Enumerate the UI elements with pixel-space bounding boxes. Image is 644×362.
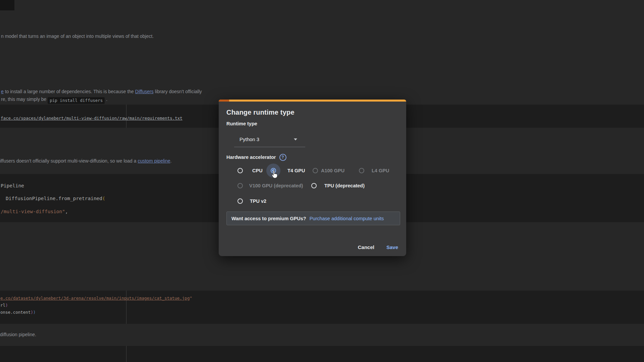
runtime-type-label: Runtime type: [226, 121, 257, 127]
here-link[interactable]: e: [1, 89, 4, 94]
radio-selected-icon: [271, 168, 276, 173]
code-line-import: Pipeline: [1, 183, 24, 189]
dialog-title: Change runtime type: [226, 108, 294, 116]
markdown-pip-text: re, this may simply be pip install diffu…: [1, 97, 107, 104]
code-cell-bottom: [0, 346, 644, 362]
radio-circle-icon: [237, 183, 243, 188]
code-line-model-string: /multi-view-diffusion",: [1, 208, 68, 215]
purchase-compute-units-link[interactable]: Purchase additional compute units: [310, 216, 384, 221]
markdown-pipeline-text: iffusers doesn't officially support mult…: [0, 158, 172, 164]
radio-circle-icon: [237, 168, 243, 173]
runtime-type-select[interactable]: Python 3: [234, 132, 305, 147]
code-line-image-url: e.co/datasets/dylanebert/3d-arena/resolv…: [0, 296, 192, 301]
diffusers-link[interactable]: Diffusers: [135, 89, 154, 94]
help-icon[interactable]: ?: [279, 154, 286, 161]
code-line-url-call: rl): [0, 303, 8, 308]
chevron-down-icon: [294, 138, 297, 140]
premium-question: Want access to premium GPUs?: [231, 216, 306, 221]
premium-gpu-banner: Want access to premium GPUs? Purchase ad…: [226, 212, 400, 225]
loading-progress-segment: [219, 100, 229, 102]
radio-circle-icon: [359, 168, 364, 173]
save-button[interactable]: Save: [386, 244, 398, 250]
hardware-accelerator-row: Hardware accelerator ?: [226, 154, 286, 161]
code-cell-fragment: [0, 0, 14, 10]
radio-circle-icon: [313, 168, 318, 173]
code-line-from-pretrained: DiffusionPipeline.from_pretrained(: [6, 195, 105, 201]
radio-circle-icon: [311, 183, 317, 188]
cat-statue-url-link[interactable]: e.co/datasets/dylanebert/3d-arena/resolv…: [0, 296, 190, 301]
inline-code-chip: pip install diffusers: [48, 97, 105, 104]
editor-divider-line: [126, 346, 126, 362]
custom-pipeline-link[interactable]: custom pipeline: [138, 158, 170, 164]
hardware-accelerator-label: Hardware accelerator: [226, 155, 276, 160]
markdown-outro-text: diffusion pipeline.: [0, 332, 36, 338]
markdown-intro-text: n model that turns an image of an object…: [1, 34, 154, 39]
cancel-button[interactable]: Cancel: [358, 244, 374, 250]
code-line-content-call: onse.content)): [0, 310, 36, 315]
markdown-deps-text: e to install a large number of dependenc…: [1, 89, 202, 95]
loading-progress-bar: [219, 100, 406, 102]
dialog-actions: Cancel Save: [358, 244, 398, 250]
requirements-url-link[interactable]: face.co/spaces/dylanebert/multi-view-dif…: [1, 116, 182, 121]
requirements-url-code: face.co/spaces/dylanebert/multi-view-dif…: [1, 116, 182, 121]
change-runtime-dialog: Change runtime type Runtime type Python …: [219, 100, 406, 256]
colab-notebook-screen: n model that turns an image of an object…: [0, 0, 644, 362]
runtime-type-value: Python 3: [239, 136, 259, 142]
intro-text: n model that turns an image of an object…: [1, 34, 154, 39]
radio-circle-icon: [237, 198, 243, 204]
